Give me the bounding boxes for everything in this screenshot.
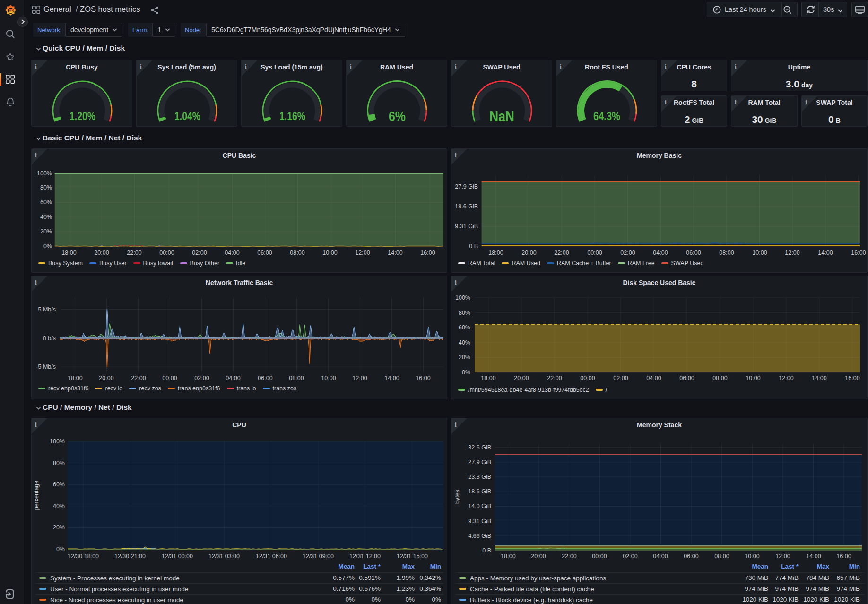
svg-text:18:00: 18:00 bbox=[488, 250, 503, 256]
svg-text:12/30 18:00: 12/30 18:00 bbox=[68, 553, 99, 560]
svg-text:0 B: 0 B bbox=[469, 243, 478, 250]
svg-text:-5 Mb/s: -5 Mb/s bbox=[36, 363, 56, 370]
svg-text:00:00: 00:00 bbox=[592, 553, 607, 560]
svg-text:1.04%: 1.04% bbox=[174, 110, 200, 122]
svg-text:06:00: 06:00 bbox=[679, 375, 694, 381]
svg-text:10:00: 10:00 bbox=[746, 375, 760, 381]
svg-text:20%: 20% bbox=[459, 354, 470, 361]
svg-text:12/31 15:00: 12/31 15:00 bbox=[397, 553, 428, 560]
svg-text:12/31 06:00: 12/31 06:00 bbox=[256, 553, 287, 560]
svg-text:100%: 100% bbox=[37, 170, 52, 177]
svg-text:20:00: 20:00 bbox=[521, 250, 536, 256]
svg-text:12/30 21:00: 12/30 21:00 bbox=[114, 553, 146, 560]
svg-text:40%: 40% bbox=[459, 339, 470, 346]
svg-text:9.31 GiB: 9.31 GiB bbox=[468, 518, 491, 525]
svg-text:02:00: 02:00 bbox=[620, 250, 635, 256]
svg-text:20:00: 20:00 bbox=[94, 250, 109, 256]
svg-text:80%: 80% bbox=[459, 310, 470, 316]
svg-text:06:00: 06:00 bbox=[257, 250, 272, 256]
svg-text:08:00: 08:00 bbox=[712, 375, 727, 381]
svg-text:22:00: 22:00 bbox=[547, 375, 562, 381]
svg-text:0%: 0% bbox=[462, 369, 470, 376]
svg-text:12/31 00:00: 12/31 00:00 bbox=[162, 553, 193, 560]
svg-text:5 Mb/s: 5 Mb/s bbox=[38, 306, 56, 313]
svg-text:12/31 12:00: 12/31 12:00 bbox=[349, 553, 381, 560]
svg-text:10:00: 10:00 bbox=[321, 375, 336, 381]
svg-text:04:00: 04:00 bbox=[225, 250, 239, 256]
svg-text:60%: 60% bbox=[40, 199, 52, 206]
svg-text:14:00: 14:00 bbox=[384, 375, 399, 381]
svg-text:10:00: 10:00 bbox=[752, 250, 767, 256]
svg-text:20:00: 20:00 bbox=[99, 375, 113, 381]
svg-text:08:00: 08:00 bbox=[719, 250, 734, 256]
svg-text:0 b/s: 0 b/s bbox=[43, 335, 56, 342]
svg-text:08:00: 08:00 bbox=[714, 553, 729, 560]
svg-text:10:00: 10:00 bbox=[745, 553, 759, 560]
svg-text:06:00: 06:00 bbox=[686, 250, 701, 256]
svg-text:18.6 GiB: 18.6 GiB bbox=[455, 203, 478, 210]
svg-text:18:00: 18:00 bbox=[61, 250, 76, 256]
svg-text:60%: 60% bbox=[459, 324, 470, 331]
svg-text:12:00: 12:00 bbox=[355, 250, 370, 256]
svg-text:02:00: 02:00 bbox=[192, 250, 207, 256]
svg-text:23.3 GiB: 23.3 GiB bbox=[468, 474, 491, 480]
svg-text:00:00: 00:00 bbox=[580, 375, 595, 381]
svg-text:04:00: 04:00 bbox=[653, 250, 668, 256]
svg-text:16:00: 16:00 bbox=[416, 375, 430, 381]
svg-text:02:00: 02:00 bbox=[613, 375, 628, 381]
svg-text:100%: 100% bbox=[50, 438, 65, 445]
svg-text:14:00: 14:00 bbox=[812, 375, 826, 381]
svg-text:22:00: 22:00 bbox=[127, 250, 141, 256]
svg-text:16:00: 16:00 bbox=[851, 250, 866, 256]
svg-text:12:00: 12:00 bbox=[779, 375, 793, 381]
svg-text:22:00: 22:00 bbox=[562, 553, 576, 560]
svg-text:1.20%: 1.20% bbox=[69, 110, 95, 122]
svg-text:14:00: 14:00 bbox=[818, 250, 833, 256]
svg-text:18.6 GiB: 18.6 GiB bbox=[468, 488, 491, 495]
svg-text:4.66 GiB: 4.66 GiB bbox=[468, 533, 491, 539]
svg-text:14.0 GiB: 14.0 GiB bbox=[468, 503, 491, 509]
svg-text:12/31 09:00: 12/31 09:00 bbox=[303, 553, 334, 560]
svg-text:14:00: 14:00 bbox=[388, 250, 402, 256]
svg-text:02:00: 02:00 bbox=[194, 375, 209, 381]
svg-text:bytes: bytes bbox=[454, 490, 460, 504]
svg-text:1.16%: 1.16% bbox=[279, 110, 305, 122]
svg-text:00:00: 00:00 bbox=[587, 250, 602, 256]
svg-text:12:00: 12:00 bbox=[775, 553, 790, 560]
svg-text:27.9 GiB: 27.9 GiB bbox=[468, 459, 491, 466]
svg-text:20%: 20% bbox=[40, 228, 52, 235]
svg-text:06:00: 06:00 bbox=[684, 553, 698, 560]
svg-text:80%: 80% bbox=[40, 184, 52, 191]
svg-text:percentage: percentage bbox=[33, 481, 40, 510]
svg-text:18:00: 18:00 bbox=[501, 553, 515, 560]
svg-text:12/31 03:00: 12/31 03:00 bbox=[208, 553, 240, 560]
svg-text:0 B: 0 B bbox=[482, 547, 491, 554]
svg-text:NaN: NaN bbox=[489, 108, 514, 125]
svg-text:20%: 20% bbox=[53, 524, 65, 531]
svg-text:32.6 GiB: 32.6 GiB bbox=[468, 444, 491, 451]
svg-text:14:00: 14:00 bbox=[806, 553, 821, 560]
svg-text:6%: 6% bbox=[389, 108, 406, 124]
svg-text:40%: 40% bbox=[53, 503, 65, 509]
svg-text:04:00: 04:00 bbox=[653, 553, 668, 560]
svg-text:12:00: 12:00 bbox=[352, 375, 367, 381]
svg-text:40%: 40% bbox=[40, 214, 52, 220]
svg-text:9.31 GiB: 9.31 GiB bbox=[455, 223, 478, 230]
svg-text:64.3%: 64.3% bbox=[593, 110, 620, 122]
svg-text:10:00: 10:00 bbox=[322, 250, 337, 256]
svg-text:22:00: 22:00 bbox=[554, 250, 569, 256]
svg-text:80%: 80% bbox=[53, 460, 65, 466]
svg-text:00:00: 00:00 bbox=[162, 375, 177, 381]
svg-text:12:00: 12:00 bbox=[785, 250, 799, 256]
svg-text:16:00: 16:00 bbox=[836, 553, 851, 560]
svg-text:100%: 100% bbox=[455, 294, 470, 301]
svg-text:27.9 GiB: 27.9 GiB bbox=[455, 183, 478, 190]
svg-text:08:00: 08:00 bbox=[289, 375, 304, 381]
svg-text:18:00: 18:00 bbox=[68, 375, 82, 381]
svg-text:20:00: 20:00 bbox=[531, 553, 546, 560]
svg-text:04:00: 04:00 bbox=[646, 375, 661, 381]
svg-text:20:00: 20:00 bbox=[514, 375, 529, 381]
svg-text:04:00: 04:00 bbox=[226, 375, 240, 381]
svg-text:0%: 0% bbox=[43, 243, 52, 250]
svg-text:02:00: 02:00 bbox=[623, 553, 637, 560]
